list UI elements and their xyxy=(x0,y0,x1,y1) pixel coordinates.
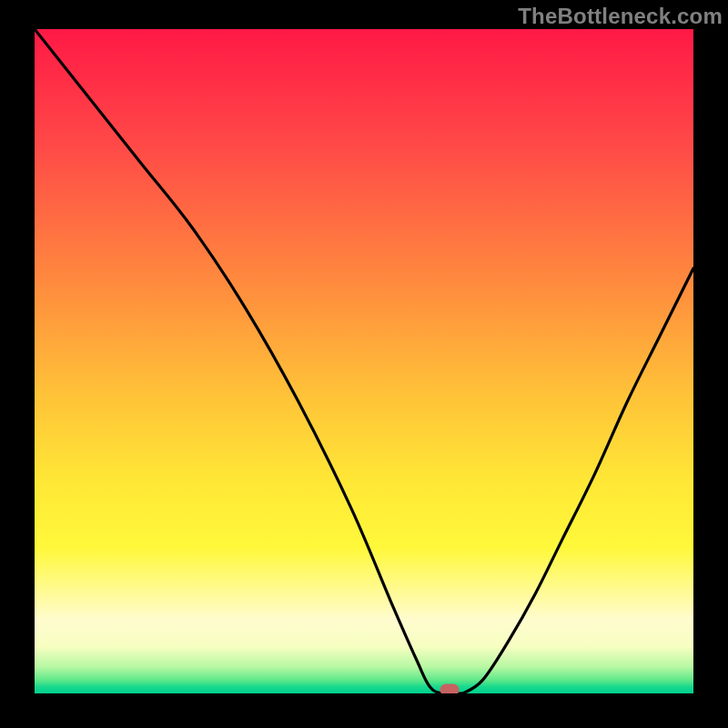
watermark-text: TheBottleneck.com xyxy=(518,4,723,29)
chart-image: TheBottleneck.com xyxy=(0,0,728,728)
bottleneck-curve-svg xyxy=(35,29,693,693)
bottleneck-curve-right xyxy=(463,268,693,693)
bottleneck-curve-left xyxy=(35,29,463,693)
plot-area xyxy=(35,29,693,693)
optimal-marker xyxy=(440,684,460,693)
